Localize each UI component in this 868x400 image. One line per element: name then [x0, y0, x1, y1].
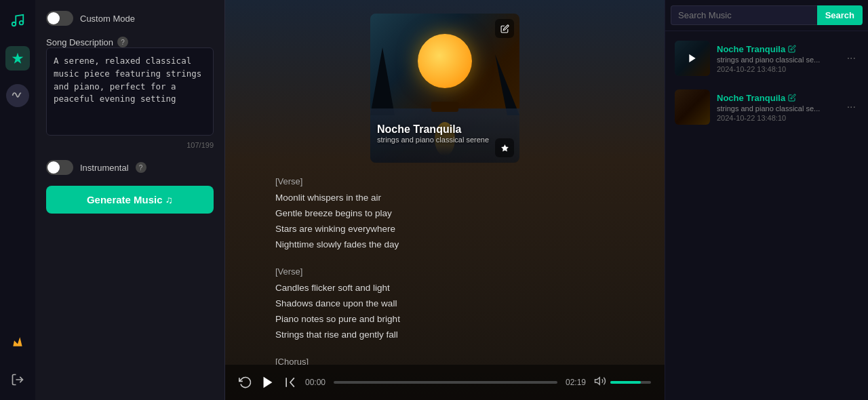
instrumental-help-icon[interactable]: ?: [136, 162, 146, 173]
song-description-help-icon[interactable]: ?: [117, 37, 128, 47]
moon-decoration: [418, 34, 472, 88]
play-overlay: [675, 41, 710, 76]
wave-icon[interactable]: [6, 84, 29, 107]
custom-mode-row: Custom Mode: [46, 11, 214, 26]
lyrics-line: Stars are winking everywhere: [275, 222, 614, 237]
lyrics-block-verse1: [Verse] Moonlit whispers in the air Gent…: [275, 176, 614, 253]
lyrics-tag-verse1: [Verse]: [275, 176, 614, 186]
edit-icon[interactable]: [788, 45, 796, 53]
lyrics-line: Candles flicker soft and light: [275, 281, 614, 296]
dock-decoration: [431, 102, 458, 112]
volume-control: [594, 375, 651, 390]
icon-bar: [0, 0, 35, 400]
track-info: Noche Tranquila strings and piano classi…: [717, 44, 837, 73]
track-desc: strings and piano classical se...: [717, 104, 837, 113]
total-time: 02:19: [566, 378, 586, 387]
sparkle-icon[interactable]: [5, 46, 30, 71]
lyrics-tag-chorus: [Chorus]: [275, 357, 614, 365]
forward-button[interactable]: [283, 376, 297, 389]
volume-fill: [610, 381, 641, 384]
music-note-icon[interactable]: [5, 8, 30, 33]
song-subtitle-text: strings and piano classical serene: [377, 136, 489, 144]
track-date: 2024-10-22 13:48:10: [717, 65, 837, 73]
tracks-list: Noche Tranquila strings and piano classi…: [665, 31, 868, 400]
logout-icon[interactable]: [5, 367, 30, 392]
song-description-section: Song Description ? A serene, relaxed cla…: [46, 37, 214, 149]
lyrics-line: Moonlit whispers in the air: [275, 191, 614, 206]
custom-mode-toggle[interactable]: [46, 11, 73, 26]
track-date: 2024-10-22 13:48:10: [717, 114, 837, 122]
rewind-button[interactable]: [239, 376, 252, 389]
search-button[interactable]: Search: [817, 5, 863, 25]
current-time: 00:00: [305, 378, 326, 387]
lyrics-line: Strings that rise and gently fall: [275, 327, 614, 343]
track-desc: strings and piano classical se...: [717, 56, 837, 64]
instrumental-label: Instrumental: [80, 163, 129, 173]
svg-point-1: [20, 21, 24, 24]
track-more-button[interactable]: ···: [844, 49, 859, 67]
track-item[interactable]: Noche Tranquila strings and piano classi…: [671, 37, 863, 80]
progress-bar[interactable]: [334, 381, 557, 384]
svg-point-0: [12, 22, 16, 26]
track-thumbnail: [675, 41, 710, 76]
track-info: Noche Tranquila strings and piano classi…: [717, 93, 837, 122]
crown-icon[interactable]: [5, 329, 30, 354]
sidebar-panel: Custom Mode Song Description ? A serene,…: [35, 0, 225, 400]
track-item[interactable]: Noche Tranquila strings and piano classi…: [671, 85, 863, 129]
svg-marker-2: [264, 377, 273, 388]
song-description-input[interactable]: A serene, relaxed classical music piece …: [46, 47, 214, 136]
lyrics-block-verse2: [Verse] Candles flicker soft and light S…: [275, 266, 614, 343]
play-button[interactable]: [260, 375, 275, 390]
song-description-label-row: Song Description ?: [46, 37, 214, 47]
volume-bar[interactable]: [610, 381, 651, 384]
song-title-overlay: Noche Tranquila strings and piano classi…: [377, 123, 489, 144]
player-bar: 00:00 02:19: [225, 365, 665, 400]
lyrics-block-chorus: [Chorus] Hearts aligned in silent song D…: [275, 357, 614, 365]
custom-mode-label: Custom Mode: [80, 14, 135, 24]
svg-marker-3: [595, 378, 600, 385]
lyrics-line: Piano notes so pure and bright: [275, 312, 614, 327]
album-card: Noche Tranquila strings and piano classi…: [370, 14, 519, 163]
instrumental-row: Instrumental ?: [46, 160, 214, 175]
track-thumbnail: [675, 89, 710, 125]
song-title-text: Noche Tranquila: [377, 123, 489, 136]
lyrics-line: Shadows dance upon the wall: [275, 296, 614, 312]
search-input[interactable]: [671, 5, 817, 25]
volume-icon: [594, 375, 606, 390]
trees-right-decoration: [479, 54, 519, 115]
char-count: 107/199: [46, 141, 214, 149]
edit-icon[interactable]: [788, 94, 796, 102]
lyrics-section: [Verse] Moonlit whispers in the air Gent…: [275, 176, 614, 365]
main-area: Noche Tranquila strings and piano classi…: [225, 0, 665, 400]
edit-album-button[interactable]: [495, 19, 514, 38]
right-panel: Search Noche Tranquila: [665, 0, 868, 400]
lyrics-line: Gentle breeze begins to play: [275, 206, 614, 222]
track-more-button[interactable]: ···: [844, 98, 859, 116]
main-content: Noche Tranquila strings and piano classi…: [225, 0, 665, 365]
svg-marker-4: [689, 54, 695, 62]
trees-left-decoration: [370, 47, 411, 115]
search-bar: Search: [665, 0, 868, 31]
instrumental-toggle[interactable]: [46, 160, 73, 175]
track-name: Noche Tranquila: [717, 44, 837, 54]
song-description-label: Song Description: [46, 37, 113, 47]
lyrics-line: Nighttime slowly fades the day: [275, 237, 614, 253]
generate-button[interactable]: Generate Music ♫: [46, 186, 214, 214]
track-name: Noche Tranquila: [717, 93, 837, 103]
lyrics-tag-verse2: [Verse]: [275, 266, 614, 277]
pin-button[interactable]: [495, 138, 514, 157]
